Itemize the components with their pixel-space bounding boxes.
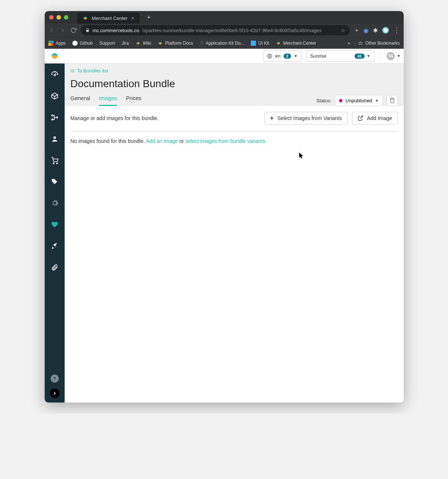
select-variants-link[interactable]: select images from bundle variants. bbox=[185, 138, 267, 144]
minimize-window-icon[interactable] bbox=[57, 15, 61, 20]
bookmark-apps[interactable]: Apps bbox=[48, 41, 66, 46]
delete-button[interactable] bbox=[387, 95, 398, 106]
help-icon[interactable]: ? bbox=[51, 374, 59, 383]
locale-count-badge: 2 bbox=[284, 54, 291, 59]
package-icon[interactable] bbox=[50, 92, 59, 100]
list-icon bbox=[71, 69, 75, 73]
bookmarks-more[interactable]: » bbox=[348, 41, 350, 46]
content: To Bundles list Documentation Bundle Gen… bbox=[65, 64, 404, 403]
select-images-from-variants-button[interactable]: + Select Images from Variants bbox=[264, 112, 348, 124]
locale-value: en bbox=[275, 53, 280, 59]
close-window-icon[interactable] bbox=[49, 15, 54, 20]
toolbar-right: ✦ ◉ ✱ ⋮ bbox=[354, 26, 400, 34]
empty-mid: or bbox=[178, 138, 185, 144]
apps-grid-icon bbox=[48, 41, 54, 46]
project-count-badge: 41 bbox=[355, 54, 364, 59]
sitemap-icon[interactable] bbox=[50, 113, 59, 122]
browser-menu-icon[interactable]: ⋮ bbox=[393, 26, 400, 34]
locale-selector[interactable]: en 2 ▼ bbox=[263, 51, 302, 62]
svg-point-23 bbox=[71, 72, 71, 72]
chevron-down-icon: ▼ bbox=[367, 54, 370, 58]
bookmark-wiki[interactable]: Wiki bbox=[136, 41, 151, 46]
other-bookmarks[interactable]: 🗀Other Bookmarks bbox=[359, 41, 400, 46]
section-description: Manage or add images for this bundle. bbox=[71, 115, 159, 121]
svg-point-11 bbox=[54, 75, 55, 76]
bookmark-star-icon[interactable]: ☆ bbox=[341, 28, 345, 33]
chevron-down-icon: ▼ bbox=[294, 54, 298, 58]
project-selector[interactable]: Sunrise 41▼ bbox=[306, 51, 375, 62]
chevron-down-icon: ▼ bbox=[375, 99, 379, 103]
back-button[interactable] bbox=[48, 27, 55, 34]
dashboard-icon[interactable] bbox=[50, 70, 59, 79]
project-value: Sunrise bbox=[310, 53, 326, 59]
expand-sidebar-icon[interactable] bbox=[50, 389, 59, 398]
maximize-window-icon[interactable] bbox=[64, 15, 68, 20]
lock-icon bbox=[85, 28, 90, 32]
bookmark-merchant-center[interactable]: Merchant Center bbox=[276, 41, 316, 46]
tabs: General Images Prices bbox=[71, 95, 141, 106]
bookmark-platform-docs[interactable]: Platform Docs bbox=[158, 41, 193, 46]
address-bar[interactable]: mc.commercetools.co/sparkles-sunrise/bun… bbox=[81, 25, 350, 35]
titlebar: Merchant Center × + bbox=[45, 11, 404, 24]
commercetools-logo-icon[interactable] bbox=[50, 51, 59, 61]
svg-point-14 bbox=[56, 117, 58, 118]
attach-icon[interactable] bbox=[50, 263, 59, 272]
folder-icon: 🗀 bbox=[359, 41, 363, 46]
add-image-link[interactable]: Add an image bbox=[146, 138, 178, 144]
status-dot-icon bbox=[339, 99, 342, 102]
profile-avatar-icon[interactable] bbox=[382, 27, 389, 34]
tab-images[interactable]: Images bbox=[99, 95, 117, 106]
close-tab-icon[interactable]: × bbox=[131, 15, 134, 21]
svg-marker-1 bbox=[83, 18, 87, 20]
gear-icon[interactable] bbox=[50, 199, 59, 208]
url-host: mc.commercetools.co bbox=[93, 28, 139, 33]
chevron-down-icon: ▼ bbox=[397, 54, 401, 58]
section-top: Manage or add images for this bundle. + … bbox=[71, 112, 398, 124]
divider bbox=[71, 131, 398, 131]
browser-toolbar: mc.commercetools.co/sparkles-sunrise/bun… bbox=[45, 24, 404, 37]
tab-title: Merchant Center bbox=[92, 16, 128, 21]
extension-icon[interactable]: ◉ bbox=[363, 27, 369, 34]
status-label: Status: bbox=[317, 98, 331, 103]
reload-button[interactable] bbox=[71, 27, 76, 33]
svg-point-21 bbox=[71, 69, 71, 70]
bookmark-app-kit[interactable]: ⬡Application Kit Do... bbox=[200, 41, 244, 46]
sidebar: ? bbox=[45, 64, 65, 403]
bookmark-github[interactable]: Github bbox=[72, 41, 93, 46]
status-value: Unpublished bbox=[345, 98, 372, 103]
extensions-puzzle-icon[interactable]: ✱ bbox=[373, 27, 378, 34]
bookmark-jira[interactable]: Jira bbox=[122, 41, 129, 46]
empty-prefix: No images found for this bundle. bbox=[71, 138, 146, 144]
external-link-icon bbox=[358, 115, 363, 121]
commercetools-icon bbox=[158, 41, 163, 46]
svg-point-15 bbox=[53, 136, 56, 139]
traffic-lights bbox=[49, 15, 68, 20]
empty-state: No images found for this bundle. Add an … bbox=[71, 138, 398, 144]
heart-icon[interactable] bbox=[50, 220, 59, 229]
commercetools-icon bbox=[136, 41, 141, 46]
svg-point-17 bbox=[57, 163, 58, 164]
user-menu[interactable]: SS ▼ bbox=[387, 52, 401, 60]
tag-icon[interactable] bbox=[50, 177, 59, 186]
browser-window: Merchant Center × + mc.commercetools.co/… bbox=[45, 11, 404, 403]
tabs-row: General Images Prices Status: Unpublishe… bbox=[71, 95, 398, 106]
extension-icon[interactable]: ✦ bbox=[354, 27, 359, 34]
svg-point-12 bbox=[51, 115, 53, 116]
forward-button[interactable] bbox=[59, 27, 66, 34]
svg-point-22 bbox=[71, 71, 71, 71]
tab-general[interactable]: General bbox=[71, 95, 90, 106]
browser-tab[interactable]: Merchant Center × bbox=[77, 13, 140, 24]
bookmark-support[interactable]: Support bbox=[99, 41, 115, 46]
new-tab-icon[interactable]: + bbox=[147, 14, 151, 21]
add-image-button[interactable]: Add Image bbox=[352, 112, 398, 124]
svg-point-13 bbox=[51, 119, 53, 120]
rocket-icon[interactable] bbox=[50, 242, 59, 250]
github-icon bbox=[72, 41, 78, 46]
svg-line-24 bbox=[360, 116, 362, 119]
status-selector[interactable]: Unpublished ▼ bbox=[335, 95, 383, 106]
cart-icon[interactable] bbox=[50, 156, 59, 165]
bookmark-ui-kit[interactable]: UI Kit bbox=[251, 41, 269, 46]
breadcrumb[interactable]: To Bundles list bbox=[71, 68, 398, 73]
tab-prices[interactable]: Prices bbox=[126, 95, 141, 106]
user-icon[interactable] bbox=[50, 134, 59, 143]
